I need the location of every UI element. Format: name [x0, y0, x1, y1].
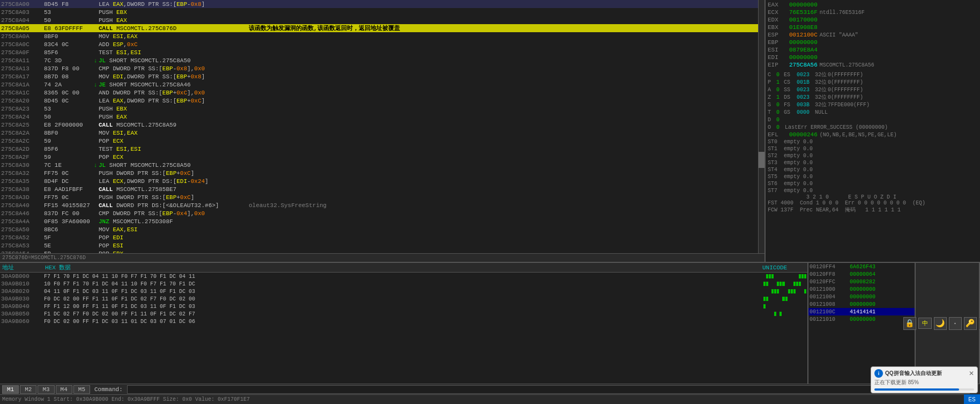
- uni-block: [793, 282, 796, 286]
- fpu-name: ST0: [768, 139, 784, 145]
- uni-block: [793, 319, 796, 324]
- disasm-row[interactable]: 275C8A46837D FC 00CMP DWORD PTR SS:[EBP-…: [0, 209, 764, 217]
- disasm-row[interactable]: 275C8A008D45 F8LEA EAX,DWORD PTR SS:[EBP…: [0, 0, 764, 8]
- stack-row[interactable]: 00120FF800000064: [808, 270, 915, 278]
- disasm-row[interactable]: 275C8A0A8BF0MOV ESI,EAX: [0, 32, 764, 40]
- uni-block: [774, 289, 776, 293]
- disasm-row[interactable]: 275C8A0F85F6TEST ESI,ESI: [0, 48, 764, 56]
- disasm-row[interactable]: 275C8A1A74 2A↓JE SHORT MSCOMCTL.275C8A46: [0, 80, 764, 89]
- disasm-hex: 8BC6: [44, 226, 92, 233]
- lock-icon[interactable]: 🔒: [903, 317, 916, 330]
- disasm-row[interactable]: 275C8A535EPOP ESI: [0, 241, 764, 249]
- stack-row[interactable]: 0012100800000000: [808, 300, 915, 308]
- dot-icon[interactable]: ·: [949, 317, 962, 330]
- status-text: Memory Window 1 Start: 0x30A9B000 End: 0…: [2, 396, 250, 402]
- seg-bits: 32位: [815, 86, 827, 93]
- uni-block: [796, 319, 798, 324]
- disasm-row[interactable]: 275C8A0450PUSH EAX: [0, 16, 764, 24]
- seg-range: NULL: [815, 109, 828, 115]
- fpu-val: empty 0.0: [784, 188, 813, 194]
- uni-block: [801, 297, 804, 301]
- disasm-hex: 837D F8 00: [44, 65, 92, 72]
- disasm-row[interactable]: 275C8A2C59POP ECX: [0, 137, 764, 145]
- disasm-row[interactable]: 275C8A2353PUSH EBX: [0, 105, 764, 113]
- disasm-jump-arrow: ↓: [92, 82, 99, 88]
- disasm-hex: 50: [44, 17, 92, 24]
- disasm-row[interactable]: 275C8A2D85F6TEST ESI,ESI: [0, 145, 764, 153]
- disasm-row[interactable]: 275C8A0353PUSH EBX: [0, 8, 764, 16]
- disasm-addr: 275C8A3D: [1, 194, 44, 201]
- stack-row-addr: 00121008: [810, 302, 850, 307]
- memory-row[interactable]: 30A9B030F0 DC 02 00 FF F1 11 0F F1 DC 02…: [0, 295, 807, 303]
- disasm-instr: POP ESI: [99, 243, 249, 249]
- disasm-row[interactable]: 275C8A38E8 AAD1FBFFCALL MSCOMCTL.27585BE…: [0, 185, 764, 193]
- reg-name: EBX: [768, 24, 789, 31]
- disasm-row[interactable]: 275C8A05E8 63FDFFFFCALL MSCOMCTL.275C876…: [0, 24, 764, 32]
- disasm-row[interactable]: 275C8A117C 3D↓JL SHORT MSCOMCTL.275C8A50: [0, 56, 764, 64]
- disasm-hex: 8B7D 08: [44, 74, 92, 80]
- uni-block: [785, 319, 788, 324]
- stack-row[interactable]: 00120FFC00008282: [808, 278, 915, 285]
- mem-row-hex: F7 F1 70 F1 DC 04 11 10 F0 F7 F1 70 F1 D…: [44, 274, 763, 280]
- disasm-row[interactable]: 275C8A0C83C4 0CADD ESP,0xC: [0, 40, 764, 48]
- stack-row[interactable]: 0012100000000000: [808, 285, 915, 293]
- lang-btn-zh[interactable]: 中: [918, 318, 932, 329]
- uni-block: [799, 282, 801, 286]
- disasm-scroll-thumb[interactable]: [759, 152, 764, 168]
- uni-block: [782, 312, 784, 316]
- register-row: EBX01E908E8: [768, 24, 978, 31]
- disasm-row[interactable]: 275C8A1C8365 0C 00AND DWORD PTR SS:[EBP+…: [0, 89, 764, 97]
- disasm-instr: JL SHORT MSCOMCTL.275C8A50: [99, 162, 249, 168]
- disasm-addr: 275C8A53: [1, 243, 44, 249]
- command-input[interactable]: [127, 385, 970, 394]
- stack-rows: 00120FF46A626F4300120FF80000006400120FFC…: [808, 263, 915, 323]
- uni-block: [777, 312, 779, 316]
- uni-block: [779, 274, 782, 278]
- memory-row[interactable]: 30A9B02004 11 0F F1 DC 03 11 0F F1 DC 03…: [0, 288, 807, 295]
- memory-row[interactable]: 30A9B01010 F0 F7 F1 70 F1 DC 04 11 10 F0…: [0, 280, 807, 288]
- disasm-row[interactable]: 275C8A25E8 2F000000CALL MSCOMCTL.275C8A5…: [0, 121, 764, 129]
- tab-m3[interactable]: M3: [38, 385, 54, 394]
- disasm-row[interactable]: 275C8A2F59POP ECX: [0, 153, 764, 161]
- flags-row: P1CS001B32位0(FFFFFFFF): [768, 78, 978, 86]
- stack-row[interactable]: 0012100400000000: [808, 293, 915, 300]
- disasm-scrollbar[interactable]: [758, 0, 764, 253]
- memory-row[interactable]: 30A9B000F7 F1 70 F1 DC 04 11 10 F0 F7 F1…: [0, 273, 807, 280]
- disasm-row[interactable]: 275C8A4A0F85 3FA60000JNZ MSCOMCTL.275D30…: [0, 217, 764, 225]
- memory-row[interactable]: 30A9B050F1 DC 02 F7 F0 DC 02 00 FF F1 11…: [0, 310, 807, 318]
- disasm-row[interactable]: 275C8A3DFF75 0CPUSH DWORD PTR SS:[EBP+0x…: [0, 193, 764, 201]
- fpu-val: empty 0.0: [784, 160, 813, 166]
- stack-row[interactable]: 0012101000000000: [808, 315, 915, 323]
- reg-val: 0879E8A4: [789, 47, 818, 53]
- flag-name: S: [768, 102, 776, 108]
- disasm-row[interactable]: 275C8A2A8BF0MOV ESI,EAX: [0, 129, 764, 137]
- disasm-row[interactable]: 275C8A178B7D 08MOV EDI,DWORD PTR SS:[EBP…: [0, 72, 764, 80]
- uni-block: [782, 297, 784, 301]
- moon-icon[interactable]: 🌙: [934, 317, 947, 330]
- disasm-row[interactable]: 275C8A307C 1E↓JL SHORT MSCOMCTL.275C8A50: [0, 161, 764, 169]
- tab-m4[interactable]: M4: [56, 385, 72, 394]
- disasm-row[interactable]: 275C8A208D45 0CLEA EAX,DWORD PTR SS:[EBP…: [0, 97, 764, 105]
- qq-progress-bar: [874, 388, 974, 391]
- stack-row[interactable]: 0012100C41414141: [808, 308, 915, 315]
- disasm-hex: E8 63FDFFFF: [44, 25, 92, 32]
- tab-m1[interactable]: M1: [2, 385, 19, 394]
- disasm-row[interactable]: 275C8A2450PUSH EAX: [0, 113, 764, 121]
- stack-row[interactable]: 00120FF46A626F43: [808, 263, 915, 270]
- disasm-row[interactable]: 275C8A32FF75 0CPUSH DWORD PTR SS:[EBP+0x…: [0, 169, 764, 177]
- key-icon[interactable]: 🔑: [964, 317, 977, 330]
- disasm-row[interactable]: 275C8A40FF15 40155827CALL DWORD PTR DS:[…: [0, 201, 764, 209]
- tab-m2[interactable]: M2: [20, 385, 36, 394]
- tab-m5[interactable]: M5: [73, 385, 90, 394]
- qq-close-button[interactable]: ✕: [969, 370, 974, 377]
- disasm-row[interactable]: 275C8A525FPOP EDI: [0, 233, 764, 241]
- disasm-row[interactable]: 275C8A508BC6MOV EAX,ESI: [0, 225, 764, 233]
- seg-range: 0(FFFFFFFF): [828, 87, 863, 93]
- disasm-row[interactable]: 275C8A13837D F8 00CMP DWORD PTR SS:[EBP-…: [0, 64, 764, 72]
- disasm-row[interactable]: 275C8A358D4F DCLEA ECX,DWORD PTR DS:[EDI…: [0, 177, 764, 185]
- disasm-addr: 275C8A52: [1, 234, 44, 241]
- memory-row[interactable]: 30A9B060F0 DC 02 00 FF F1 DC 03 11 01 DC…: [0, 318, 807, 325]
- disasm-rows: 275C8A008D45 F8LEA EAX,DWORD PTR SS:[EBP…: [0, 0, 764, 262]
- memory-row[interactable]: 30A9B040FF F1 12 00 FF F1 11 0F F1 DC 03…: [0, 303, 807, 310]
- disasm-hex: 8BF0: [44, 33, 92, 40]
